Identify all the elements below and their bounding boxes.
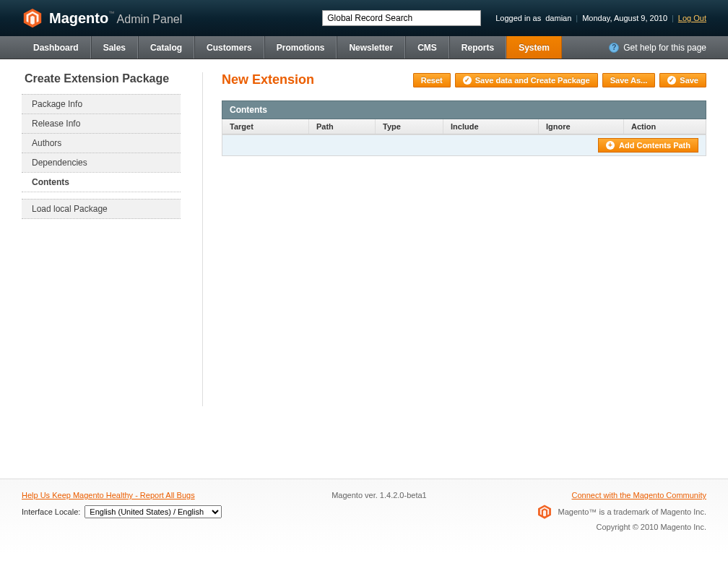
sidebar-item-authors[interactable]: Authors	[22, 133, 181, 153]
nav-reports[interactable]: Reports	[449, 36, 506, 59]
add-contents-path-button[interactable]: + Add Contents Path	[598, 138, 698, 153]
sidebar: Create Extension Package Package Info Re…	[22, 72, 181, 406]
locale-row: Interface Locale: English (United States…	[22, 505, 222, 518]
header-user-info: Logged in as damian | Monday, August 9, …	[495, 14, 706, 22]
action-buttons: Reset ✓ Save data and Create Package Sav…	[413, 73, 706, 87]
header-date: Monday, August 9, 2010	[582, 14, 667, 22]
nav-dashboard[interactable]: Dashboard	[22, 36, 91, 59]
content: New Extension Reset ✓ Save data and Crea…	[202, 72, 706, 406]
main-nav: Dashboard Sales Catalog Customers Promot…	[0, 36, 728, 59]
save-create-label: Save data and Create Package	[475, 76, 590, 85]
trademark-symbol: ™	[108, 10, 114, 17]
sidebar-group-1: Package Info Release Info Authors Depend…	[22, 94, 181, 192]
grid-action-row: + Add Contents Path	[222, 134, 706, 155]
col-include: Include	[443, 119, 539, 134]
nav-sales[interactable]: Sales	[91, 36, 138, 59]
community-link[interactable]: Connect with the Magento Community	[572, 491, 706, 499]
magento-logo-icon	[22, 7, 43, 29]
nav-catalog[interactable]: Catalog	[138, 36, 194, 59]
sidebar-item-release-info[interactable]: Release Info	[22, 113, 181, 134]
footer: Help Us Keep Magento Healthy - Report Al…	[0, 479, 728, 553]
save-label: Save	[680, 76, 698, 85]
content-header: New Extension Reset ✓ Save data and Crea…	[222, 72, 706, 87]
brand-sub: Admin Panel	[117, 13, 183, 25]
col-type: Type	[376, 119, 443, 134]
sidebar-item-load-local[interactable]: Load local Package	[22, 199, 181, 219]
save-button[interactable]: ✓ Save	[659, 73, 706, 87]
panel-title: Contents	[222, 100, 706, 119]
sidebar-item-dependencies[interactable]: Dependencies	[22, 153, 181, 173]
col-path: Path	[309, 119, 376, 134]
main-area: Create Extension Package Package Info Re…	[0, 59, 728, 406]
footer-brand: Magento™ is a trademark of Magento Inc.	[537, 504, 706, 520]
magento-logo-icon	[537, 504, 552, 520]
brand-name: Magento	[49, 10, 108, 26]
search-input[interactable]	[322, 10, 481, 26]
logout-link[interactable]: Log Out	[678, 14, 706, 22]
nav-newsletter[interactable]: Newsletter	[337, 36, 405, 59]
save-as-button[interactable]: Save As...	[602, 73, 656, 87]
footer-right: Connect with the Magento Community Magen…	[537, 491, 706, 531]
locale-label: Interface Locale:	[22, 507, 80, 516]
help-label: Get help for this page	[623, 43, 706, 53]
logo[interactable]: Magento™ Admin Panel	[22, 7, 182, 29]
col-target: Target	[222, 119, 309, 134]
footer-left: Help Us Keep Magento Healthy - Report Al…	[22, 491, 222, 518]
help-icon: ?	[609, 43, 619, 53]
contents-grid: Target Path Type Include Ignore Action +…	[222, 119, 706, 156]
sidebar-title: Create Extension Package	[22, 72, 181, 85]
report-bugs-link[interactable]: Help Us Keep Magento Healthy - Report Al…	[22, 491, 195, 499]
locale-select[interactable]: English (United States) / English	[84, 505, 222, 518]
check-icon: ✓	[463, 76, 472, 85]
col-action: Action	[624, 119, 706, 134]
add-button-label: Add Contents Path	[619, 141, 690, 150]
sidebar-group-2: Load local Package	[22, 199, 181, 219]
grid-header: Target Path Type Include Ignore Action	[222, 119, 706, 134]
trademark-text: Magento™ is a trademark of Magento Inc.	[558, 507, 706, 516]
footer-version: Magento ver. 1.4.2.0-beta1	[332, 491, 426, 499]
separator: |	[576, 14, 578, 22]
nav-promotions[interactable]: Promotions	[264, 36, 337, 59]
username: damian	[545, 14, 571, 22]
reset-button[interactable]: Reset	[413, 73, 451, 87]
check-icon: ✓	[667, 76, 676, 85]
save-create-button[interactable]: ✓ Save data and Create Package	[455, 73, 598, 87]
separator: |	[672, 14, 674, 22]
nav-system[interactable]: System	[506, 36, 562, 59]
copyright: Copyright © 2010 Magento Inc.	[537, 523, 706, 531]
header: Magento™ Admin Panel Logged in as damian…	[0, 0, 728, 36]
nav-cms[interactable]: CMS	[405, 36, 449, 59]
global-search	[322, 10, 481, 26]
plus-icon: +	[606, 141, 615, 150]
page-title: New Extension	[222, 72, 314, 87]
nav-help-link[interactable]: ? Get help for this page	[609, 36, 706, 59]
sidebar-item-package-info[interactable]: Package Info	[22, 94, 181, 114]
logged-in-label: Logged in as	[495, 14, 541, 22]
nav-customers[interactable]: Customers	[194, 36, 264, 59]
sidebar-item-contents[interactable]: Contents	[22, 172, 181, 192]
col-ignore: Ignore	[539, 119, 624, 134]
